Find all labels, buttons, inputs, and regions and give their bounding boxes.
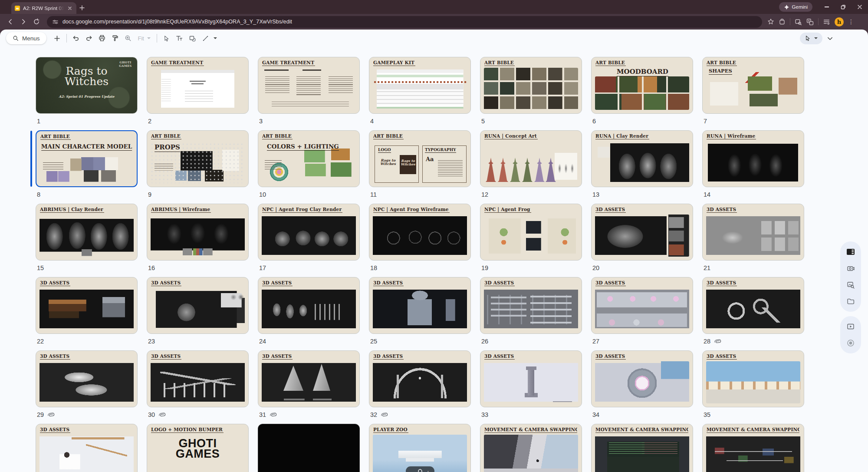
site-info-icon[interactable] <box>52 19 59 25</box>
slide-cell[interactable]: LOGO + MOTION BUMPERGHOTI GAMES37 <box>147 424 249 472</box>
slide-cell[interactable]: 3D ASSETS23 <box>147 277 249 350</box>
slide-cell[interactable]: 3D ASSETS26 <box>480 277 582 350</box>
slide-thumbnail-2[interactable]: GAME TREATMENT <box>147 57 249 114</box>
slide-thumbnail-11[interactable]: ART BIBLELOGOTYPOGRAPHYRags to WitchesRa… <box>369 130 471 187</box>
slide-thumbnail-7[interactable]: ART BIBLESHAPES <box>702 57 804 114</box>
slide-thumbnail-28[interactable]: 3D ASSETS <box>702 277 804 334</box>
slide-thumbnail-4[interactable]: GAMEPLAY KIT <box>369 57 471 114</box>
reading-list-icon[interactable] <box>823 18 830 26</box>
slide-thumbnail-31[interactable]: 3D ASSETS <box>258 350 360 407</box>
slide-cell[interactable]: RUNA | Concept Art12 <box>480 130 582 204</box>
slide-cell[interactable]: 3D ASSETS34 <box>591 350 693 424</box>
slide-thumbnail-8[interactable]: ART BIBLEMAIN CHARACTER MODEL <box>36 130 138 187</box>
slide-thumbnail-14[interactable]: RUNA | Wireframe <box>702 130 804 187</box>
browser-menu-icon[interactable]: ⋮ <box>848 19 854 25</box>
slide-thumbnail-40[interactable]: MOVEMENT & CAMERA SWAPPING <box>480 424 582 472</box>
camera-button[interactable] <box>846 264 855 273</box>
slide-thumbnail-5[interactable]: ART BIBLE <box>480 57 582 114</box>
slide-thumbnail-17[interactable]: NPC | Agent Frog Clay Render <box>258 204 360 261</box>
menus-button[interactable]: Menus <box>6 32 46 44</box>
slide-thumbnail-32[interactable]: 3D ASSETS <box>369 350 471 407</box>
print-button[interactable] <box>96 33 108 44</box>
slide-cell[interactable]: ART BIBLELOGOTYPOGRAPHYRags to WitchesRa… <box>369 130 471 204</box>
fit-zoom-select[interactable]: Fit <box>135 35 153 42</box>
new-slide-button[interactable] <box>51 33 63 44</box>
tab-capture-icon[interactable] <box>795 18 802 26</box>
select-tool-button[interactable] <box>161 33 172 44</box>
slide-cell[interactable]: 3D ASSETS32 <box>369 350 471 424</box>
slide-cell[interactable]: ART BIBLEMAIN CHARACTER MODEL8 <box>36 130 138 204</box>
slide-thumbnail-15[interactable]: ABRIMUS | Clay Render <box>36 204 138 261</box>
bookmark-star-icon[interactable] <box>767 18 774 25</box>
restore-button[interactable] <box>835 0 852 14</box>
slide-cell[interactable]: NPC | Agent Frog Clay Render17 <box>258 204 360 277</box>
slide-thumbnail-30[interactable]: 3D ASSETS <box>147 350 249 407</box>
slide-cell[interactable]: ART BIBLESHAPES7 <box>702 57 804 130</box>
slide-thumbnail-23[interactable]: 3D ASSETS <box>147 277 249 334</box>
slide-cell[interactable]: ART BIBLE5 <box>480 57 582 130</box>
slide-cell[interactable]: 3D ASSETS25 <box>369 277 471 350</box>
slide-thumbnail-26[interactable]: 3D ASSETS <box>480 277 582 334</box>
slide-cell[interactable]: 3D ASSETS24 <box>258 277 360 350</box>
slide-thumbnail-16[interactable]: ABRIMUS | Wireframe <box>147 204 249 261</box>
slide-thumbnail-1[interactable]: GHOTI GAMESRags to WitchesA2: Sprint 01 … <box>36 57 138 114</box>
slide-cell[interactable]: RUNA | Wireframe14 <box>702 130 804 204</box>
redo-button[interactable] <box>83 33 95 44</box>
slide-thumbnail-6[interactable]: ART BIBLEMOODBOARD <box>591 57 693 114</box>
slide-thumbnail-19[interactable]: NPC | Agent Frog <box>480 204 582 261</box>
slide-cell[interactable]: 3D ASSETS21 <box>702 204 804 277</box>
grid-view-button[interactable] <box>846 247 855 257</box>
slide-thumbnail-29[interactable]: 3D ASSETS <box>36 350 138 407</box>
slide-cell[interactable]: ART BIBLEMOODBOARD6 <box>591 57 693 130</box>
close-button[interactable] <box>852 0 868 14</box>
slide-thumbnail-35[interactable]: 3D ASSETS <box>702 350 804 407</box>
slide-cell[interactable]: 3D ASSETS27 <box>591 277 693 350</box>
slide-cell[interactable]: NPC | Agent Frog19 <box>480 204 582 277</box>
slide-thumbnail-12[interactable]: RUNA | Concept Art <box>480 130 582 187</box>
text-box-button[interactable] <box>174 33 185 44</box>
slideshow-button[interactable] <box>846 322 855 331</box>
slide-thumbnail-27[interactable]: 3D ASSETS <box>591 277 693 334</box>
slide-cell[interactable]: 3D ASSETS30 <box>147 350 249 424</box>
slide-cell[interactable]: ART BIBLEPROPS9 <box>147 130 249 204</box>
slide-thumbnail-41[interactable]: MOVEMENT & CAMERA SWAPPING <box>591 424 693 472</box>
slide-thumbnail-21[interactable]: 3D ASSETS <box>702 204 804 261</box>
slide-cell[interactable]: ART BIBLECOLORS + LIGHTING10 <box>258 130 360 204</box>
reload-button[interactable] <box>30 16 43 28</box>
tab-close-icon[interactable] <box>67 5 73 11</box>
shape-tool-button[interactable] <box>187 33 198 44</box>
minimize-button[interactable] <box>819 0 835 14</box>
slide-cell[interactable]: GAME TREATMENT2 <box>147 57 249 130</box>
url-bar[interactable]: docs.google.com/presentation/d/1j08t9hnk… <box>47 16 762 28</box>
slide-cell[interactable]: 3D ASSETS20 <box>591 204 693 277</box>
gemini-button[interactable]: Gemini <box>779 2 812 12</box>
url-text[interactable]: docs.google.com/presentation/d/1j08t9hnk… <box>62 19 292 25</box>
slide-thumbnail-22[interactable]: 3D ASSETS <box>36 277 138 334</box>
slide-thumbnail-33[interactable]: 3D ASSETS <box>480 350 582 407</box>
hide-menus-chevron-icon[interactable] <box>827 35 833 42</box>
line-tool-dropdown-icon[interactable] <box>214 37 217 39</box>
folder-button[interactable] <box>846 297 855 306</box>
slide-thumbnail-36[interactable]: 3D ASSETS <box>36 424 138 472</box>
slide-cell[interactable]: MOVEMENT & CAMERA SWAPPING41 <box>591 424 693 472</box>
slide-thumbnail-10[interactable]: ART BIBLECOLORS + LIGHTING <box>258 130 360 187</box>
paint-format-button[interactable] <box>109 33 121 44</box>
slide-cell[interactable]: RUNA | Clay Render13 <box>591 130 693 204</box>
profile-avatar[interactable]: h <box>835 17 844 26</box>
slide-cell[interactable]: MOVEMENT & CAMERA SWAPPING40 <box>480 424 582 472</box>
browser-tab[interactable]: A2: R2W Sprint 01 Progress Up <box>11 2 76 14</box>
slide-cell[interactable]: 3D ASSETS29 <box>36 350 138 424</box>
slide-thumbnail-34[interactable]: 3D ASSETS <box>591 350 693 407</box>
record-button[interactable] <box>846 338 855 348</box>
slide-thumbnail-13[interactable]: RUNA | Clay Render <box>591 130 693 187</box>
slide-cell[interactable]: 3D ASSETS28 <box>702 277 804 350</box>
slide-cell[interactable]: 3D ASSETS31 <box>258 350 360 424</box>
slide-cell[interactable]: 3D ASSETS22 <box>36 277 138 350</box>
slide-thumbnail-25[interactable]: 3D ASSETS <box>369 277 471 334</box>
slide-cell[interactable]: GAMEPLAY KIT4 <box>369 57 471 130</box>
slide-thumbnail-18[interactable]: NPC | Agent Frog Wireframe <box>369 204 471 261</box>
forward-button[interactable] <box>17 16 30 28</box>
slide-thumbnail-9[interactable]: ART BIBLEPROPS <box>147 130 249 187</box>
slide-cell[interactable]: 3D ASSETS33 <box>480 350 582 424</box>
slide-cell[interactable]: 3D ASSETS35 <box>702 350 804 424</box>
